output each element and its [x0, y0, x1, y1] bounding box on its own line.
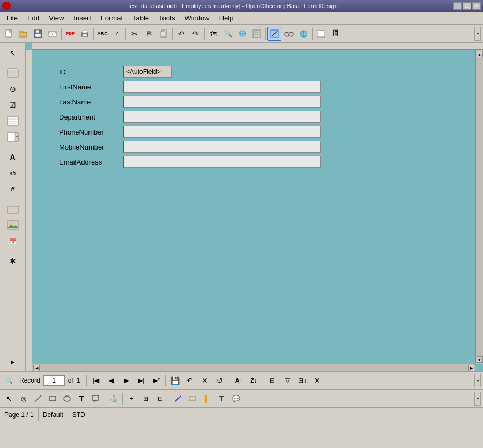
draw-ellipse-button[interactable]: [60, 392, 74, 406]
menu-insert[interactable]: Insert: [69, 13, 95, 23]
separator-7: [312, 28, 313, 40]
sort-desc-button[interactable]: Z↓: [247, 374, 261, 387]
input-mobilenumber[interactable]: [123, 141, 321, 153]
listbox-tool-button[interactable]: [4, 114, 21, 129]
restore-button[interactable]: □: [463, 2, 471, 10]
groupbox-tool-button[interactable]: abc: [4, 201, 21, 216]
draw-callout2-button[interactable]: 💬: [229, 392, 243, 406]
menu-table[interactable]: Table: [128, 13, 153, 23]
draw-more-button[interactable]: +: [124, 392, 138, 406]
combobox-tool-button[interactable]: [4, 130, 21, 145]
close-filter-button[interactable]: ✕: [310, 374, 324, 387]
hyperlink-button[interactable]: 🌐: [235, 27, 249, 41]
cut-button[interactable]: ✂: [128, 27, 142, 41]
radiobutton-tool-button[interactable]: ⊙: [4, 81, 21, 96]
input-phonenumber[interactable]: [123, 126, 321, 138]
input-department[interactable]: [123, 111, 321, 123]
nav-filter-button[interactable]: 🔍: [2, 374, 16, 387]
find-button[interactable]: 🔍: [221, 27, 235, 41]
nav-last-button[interactable]: ▶|: [134, 374, 148, 387]
undo-record-button[interactable]: ↶: [183, 374, 197, 387]
draw-point-button[interactable]: ◎: [17, 392, 31, 406]
redo-button[interactable]: ↷: [189, 27, 203, 41]
paste-button[interactable]: [157, 27, 170, 41]
print-button[interactable]: [78, 27, 92, 41]
copy-button[interactable]: ⎘: [142, 27, 156, 41]
imagebtn-tool-button[interactable]: [4, 218, 21, 233]
scroll-up-button[interactable]: ▲: [477, 51, 483, 57]
scroll-down-button[interactable]: ▼: [477, 356, 483, 363]
draw-rect-button[interactable]: [46, 392, 60, 406]
design-mode-button[interactable]: [267, 27, 281, 41]
nav-first-button[interactable]: |◀: [89, 374, 103, 387]
pushbutton-tool-button[interactable]: [4, 65, 21, 80]
autofilter-button[interactable]: ⊟: [265, 374, 279, 387]
label-tool-button[interactable]: A: [4, 150, 21, 165]
draw-line2-button[interactable]: [171, 392, 185, 406]
draw-fill-button[interactable]: [185, 392, 199, 406]
draw-callout-button[interactable]: [89, 392, 103, 406]
close-button[interactable]: ✕: [472, 2, 481, 10]
nav-toolbar-expand[interactable]: »: [474, 374, 481, 387]
pdf-export-button[interactable]: PDF: [63, 27, 77, 41]
draw-text2-button[interactable]: T: [214, 392, 228, 406]
navigator-button[interactable]: 🗺: [206, 27, 220, 41]
toolbar-expand-button[interactable]: »: [474, 27, 481, 41]
draw-snap-button[interactable]: ⊞: [139, 392, 153, 406]
nav-new-button[interactable]: ▶*: [149, 374, 163, 387]
checkbox-tool-button[interactable]: ☑: [4, 98, 21, 113]
menu-format[interactable]: Format: [96, 13, 127, 23]
numfield-tool-button[interactable]: ff: [4, 182, 21, 197]
draw-toolbar-expand[interactable]: »: [474, 392, 481, 406]
draw-select-button[interactable]: ↖: [2, 392, 16, 406]
autocorrect-button[interactable]: ✓: [110, 27, 124, 41]
sort-asc-button[interactable]: A↑: [232, 374, 246, 387]
scroll-right-button[interactable]: ▶: [468, 365, 474, 371]
record-number-input[interactable]: [43, 375, 65, 386]
draw-transform-button[interactable]: ⊡: [153, 392, 167, 406]
textfield-tool-button[interactable]: ab: [4, 166, 21, 181]
draw-highlight-button[interactable]: ▌: [200, 392, 214, 406]
svg-rect-9: [83, 34, 87, 36]
menu-file[interactable]: File: [2, 13, 22, 23]
datasource-button[interactable]: 🗄: [329, 27, 343, 41]
menu-window[interactable]: Window: [180, 13, 213, 23]
binoculars-button[interactable]: [282, 27, 296, 41]
view-button[interactable]: [314, 27, 328, 41]
open-button[interactable]: [17, 27, 31, 41]
menu-edit[interactable]: Edit: [23, 13, 43, 23]
left-toolbar: ↖ ⊙ ☑ A ab ff abc 📅 ✱ ▶: [0, 43, 26, 371]
save-record-button[interactable]: 💾: [168, 374, 182, 387]
filter-button[interactable]: ▽: [280, 374, 294, 387]
nav-next-button[interactable]: ▶: [119, 374, 133, 387]
label-lastname: LastName: [59, 98, 123, 106]
expand-bottom-button[interactable]: ▶: [4, 354, 21, 369]
nav-prev-button[interactable]: ◀: [104, 374, 118, 387]
draw-anchor-button[interactable]: ⚓: [107, 392, 121, 406]
minimize-button[interactable]: ─: [453, 2, 462, 10]
browser-button[interactable]: 🌐: [296, 27, 310, 41]
draw-line-button[interactable]: [31, 392, 45, 406]
menu-help[interactable]: Help: [215, 13, 238, 23]
select-tool-button[interactable]: ↖: [4, 46, 21, 61]
input-id[interactable]: [123, 66, 172, 78]
delete-record-button[interactable]: ✕: [198, 374, 212, 387]
left-sep-3: [5, 199, 21, 199]
input-firstname[interactable]: [123, 81, 321, 93]
scroll-left-button[interactable]: ◀: [33, 365, 40, 371]
new-button[interactable]: [2, 27, 16, 41]
menu-view[interactable]: View: [44, 13, 68, 23]
refresh-button[interactable]: ↺: [213, 374, 227, 387]
menu-tools[interactable]: Tools: [154, 13, 179, 23]
datefield-tool-button[interactable]: 📅: [4, 234, 21, 249]
save-button[interactable]: [31, 27, 45, 41]
spellcheck-button[interactable]: ABC: [95, 27, 109, 41]
more-controls-button[interactable]: ✱: [4, 253, 21, 268]
undo-button[interactable]: ↶: [174, 27, 188, 41]
table-button[interactable]: [250, 27, 264, 41]
draw-text-button[interactable]: T: [75, 392, 88, 406]
input-emailaddress[interactable]: [123, 156, 321, 168]
input-lastname[interactable]: [123, 96, 321, 108]
email-button[interactable]: [46, 27, 60, 41]
apply-filter-button[interactable]: ⊟↓: [295, 374, 309, 387]
